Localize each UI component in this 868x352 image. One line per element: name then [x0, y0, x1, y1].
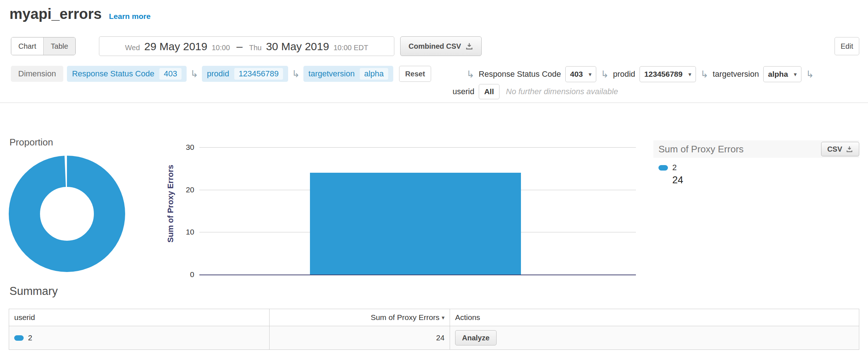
legend-panel: Sum of Proxy Errors CSV 2 24	[653, 140, 859, 186]
y-tick-label: 20	[186, 185, 194, 194]
branch-arrow-icon: ↳	[466, 69, 474, 79]
drilldown-name: targetversion	[713, 69, 759, 79]
date-start-time: 10:00	[212, 44, 230, 52]
y-tick-label: 30	[186, 143, 194, 152]
y-tick-label: 10	[186, 228, 194, 236]
sort-desc-icon: ▾	[442, 314, 445, 321]
proportion-label: Proportion	[9, 137, 53, 148]
dimension-chip-response-status-code[interactable]: Response Status Code 403	[67, 66, 187, 82]
view-toggle: Chart Table	[11, 37, 76, 55]
combined-csv-button[interactable]: Combined CSV	[400, 36, 482, 56]
chart-toggle-button[interactable]: Chart	[11, 37, 43, 55]
analyze-button[interactable]: Analyze	[455, 330, 497, 345]
gridline	[199, 147, 636, 148]
csv-label: CSV	[827, 145, 842, 153]
chip-value: 403	[159, 68, 182, 80]
download-icon	[465, 42, 473, 50]
col-header-actions: Actions	[450, 309, 859, 326]
dimension-chip-prodid[interactable]: prodid 123456789	[202, 66, 288, 82]
branch-arrow-icon: ↳	[700, 69, 708, 79]
no-more-dimensions-text: No further dimensions available	[506, 87, 618, 96]
summary-title: Summary	[9, 285, 58, 298]
report-header: myapi_errors Learn more	[9, 6, 151, 22]
prodid-select[interactable]: 123456789 ▾	[640, 66, 696, 82]
proportion-donut-chart[interactable]	[9, 150, 126, 277]
select-value: 123456789	[644, 70, 682, 79]
col-header-sum[interactable]: Sum of Proxy Errors ▾	[270, 309, 450, 326]
select-value: alpha	[768, 70, 788, 79]
section-divider	[0, 103, 868, 103]
date-separator: –	[236, 40, 243, 53]
userid-label: userid	[453, 87, 474, 96]
dimension-label: Dimension	[11, 66, 63, 82]
page-title: myapi_errors	[9, 6, 101, 22]
summary-table: userid Sum of Proxy Errors ▾ Actions 2 2…	[9, 309, 859, 350]
chip-value: 123456789	[234, 68, 283, 80]
col-header-userid[interactable]: userid	[9, 309, 270, 326]
table-cell-userid: 2	[9, 326, 270, 349]
date-end-time: 10:00 EDT	[334, 44, 369, 52]
branch-arrow-icon: ↳	[190, 69, 198, 79]
drilldown-row-2: userid All No further dimensions availab…	[453, 83, 618, 100]
drilldown-row-1: ↳ Response Status Code 403 ▾ ↳ prodid 12…	[466, 66, 814, 83]
date-start-day: Wed	[125, 44, 140, 52]
chip-name: Response Status Code	[72, 69, 154, 79]
dimension-bar: Dimension Response Status Code 403 ↳ pro…	[11, 65, 431, 82]
analytics-report-page: myapi_errors Learn more Chart Table Wed …	[0, 0, 868, 352]
caret-down-icon: ▾	[794, 71, 797, 78]
csv-button[interactable]: CSV	[821, 142, 859, 156]
chip-value: alpha	[360, 68, 388, 80]
branch-arrow-icon: ↳	[292, 69, 300, 79]
date-end-date: 30 May 2019	[266, 40, 329, 53]
drilldown-name: Response Status Code	[479, 69, 561, 79]
userid-all-button[interactable]: All	[479, 84, 499, 99]
response-status-code-select[interactable]: 403 ▾	[565, 66, 596, 82]
date-start-date: 29 May 2019	[144, 40, 207, 53]
learn-more-link[interactable]: Learn more	[109, 12, 150, 21]
y-tick-label: 0	[190, 270, 194, 279]
legend-header: Sum of Proxy Errors CSV	[653, 140, 859, 158]
bar-userid-2[interactable]	[310, 173, 521, 275]
table-cell-actions: Analyze	[450, 326, 859, 349]
edit-button[interactable]: Edit	[835, 37, 859, 55]
dimension-chip-targetversion[interactable]: targetversion alpha	[303, 66, 393, 82]
legend-swatch	[658, 165, 668, 171]
date-range-picker[interactable]: Wed 29 May 2019 10:00 – Thu 30 May 2019 …	[99, 36, 394, 56]
table-cell-sum: 24	[270, 326, 450, 349]
chip-name: prodid	[207, 69, 229, 79]
branch-arrow-icon: ↳	[806, 69, 814, 79]
col-header-sum-label: Sum of Proxy Errors	[371, 313, 439, 322]
table-toggle-button[interactable]: Table	[43, 37, 75, 55]
caret-down-icon: ▾	[688, 71, 691, 78]
legend-title: Sum of Proxy Errors	[658, 144, 744, 155]
reset-button[interactable]: Reset	[399, 66, 431, 82]
select-value: 403	[570, 70, 583, 79]
legend-item-value: 24	[672, 175, 859, 186]
targetversion-select[interactable]: alpha ▾	[763, 66, 801, 82]
combined-csv-label: Combined CSV	[409, 42, 461, 51]
table-row: 2 24 Analyze	[9, 326, 859, 349]
y-axis-title: Sum of Proxy Errors	[166, 165, 175, 243]
caret-down-icon: ▾	[589, 71, 592, 78]
table-header-row: userid Sum of Proxy Errors ▾ Actions	[9, 309, 859, 326]
userid-value: 2	[28, 333, 32, 342]
toolbar: Chart Table Wed 29 May 2019 10:00 – Thu …	[11, 36, 859, 56]
branch-arrow-icon: ↳	[601, 69, 609, 79]
chip-name: targetversion	[308, 69, 355, 79]
bar-plot: 3020100	[199, 147, 636, 275]
legend-swatch	[14, 335, 24, 341]
legend-item[interactable]: 2	[658, 163, 859, 172]
drilldown-name: prodid	[613, 69, 635, 79]
download-icon	[846, 145, 853, 153]
gridline	[199, 275, 636, 275]
date-end-day: Thu	[249, 44, 262, 52]
legend-item-label: 2	[672, 163, 677, 172]
